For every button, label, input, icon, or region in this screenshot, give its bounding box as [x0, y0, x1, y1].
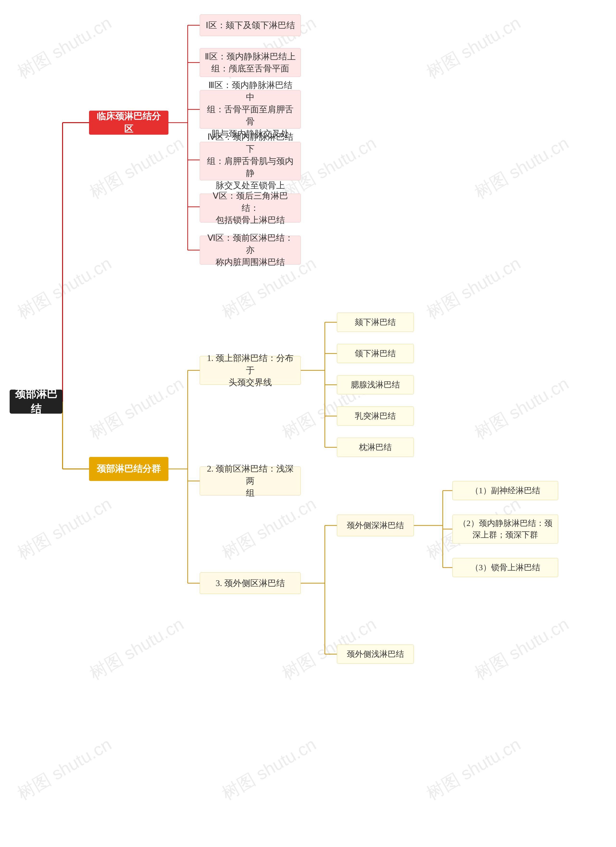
- watermark: 树图 shutu.cn: [13, 252, 116, 324]
- group-node: 颈部淋巴结分群: [89, 457, 168, 481]
- sub4-node: 乳突淋巴结: [337, 406, 414, 426]
- watermark: 树图 shutu.cn: [218, 492, 320, 565]
- zone4-node: Ⅳ区：颈内静脉淋巴结下 组：肩胛舌骨肌与颈内静 脉交叉处至锁骨上: [200, 142, 301, 180]
- sub1-node: 颏下淋巴结: [337, 313, 414, 332]
- watermark: 树图 shutu.cn: [86, 372, 188, 444]
- lateral-shallow-node: 颈外侧浅淋巴结: [337, 645, 414, 664]
- root-node: 颈部淋巴结: [10, 390, 62, 414]
- zone2-node: Ⅱ区：颈内静脉淋巴结上 组：颅底至舌骨平面: [200, 48, 301, 77]
- diagram: 树图 shutu.cn 树图 shutu.cn 树图 shutu.cn 树图 s…: [0, 0, 616, 847]
- sub3-node: 腮腺浅淋巴结: [337, 375, 414, 394]
- sub2-node: 颌下淋巴结: [337, 344, 414, 363]
- watermark: 树图 shutu.cn: [422, 733, 525, 805]
- watermark: 树图 shutu.cn: [13, 11, 116, 84]
- deep2-node: （2）颈内静脉淋巴结：颈 深上群；颈深下群: [452, 515, 558, 543]
- watermark: 树图 shutu.cn: [13, 492, 116, 565]
- lateral-deep-node: 颈外侧深淋巴结: [337, 515, 414, 536]
- deep1-node: （1）副神经淋巴结: [452, 481, 558, 500]
- clinical-node: 临床颈淋巴结分区: [89, 111, 168, 135]
- zone1-node: Ⅰ区：颏下及颌下淋巴结: [200, 15, 301, 36]
- watermark: 树图 shutu.cn: [470, 612, 573, 685]
- sub5-node: 枕淋巴结: [337, 438, 414, 457]
- zone6-node: Ⅵ区：颈前区淋巴结：亦 称内脏周围淋巴结: [200, 236, 301, 264]
- front-node: 2. 颈前区淋巴结：浅深两 组: [200, 466, 301, 496]
- watermark: 树图 shutu.cn: [13, 733, 116, 805]
- lateral-node: 3. 颈外侧区淋巴结: [200, 573, 301, 594]
- zone3-node: Ⅲ区：颈内静脉淋巴结中 组：舌骨平面至肩胛舌骨 肌与颈内静脉交叉处: [200, 90, 301, 129]
- watermark: 树图 shutu.cn: [86, 612, 188, 685]
- zone5-node: Ⅴ区：颈后三角淋巴结： 包括锁骨上淋巴结: [200, 193, 301, 223]
- watermark: 树图 shutu.cn: [86, 131, 188, 204]
- upper-node: 1. 颈上部淋巴结：分布于 头颈交界线: [200, 356, 301, 385]
- watermark: 树图 shutu.cn: [422, 252, 525, 324]
- watermark: 树图 shutu.cn: [422, 11, 525, 84]
- watermark: 树图 shutu.cn: [470, 372, 573, 444]
- deep3-node: （3）锁骨上淋巴结: [452, 558, 558, 577]
- watermark: 树图 shutu.cn: [218, 733, 320, 805]
- watermark: 树图 shutu.cn: [470, 131, 573, 204]
